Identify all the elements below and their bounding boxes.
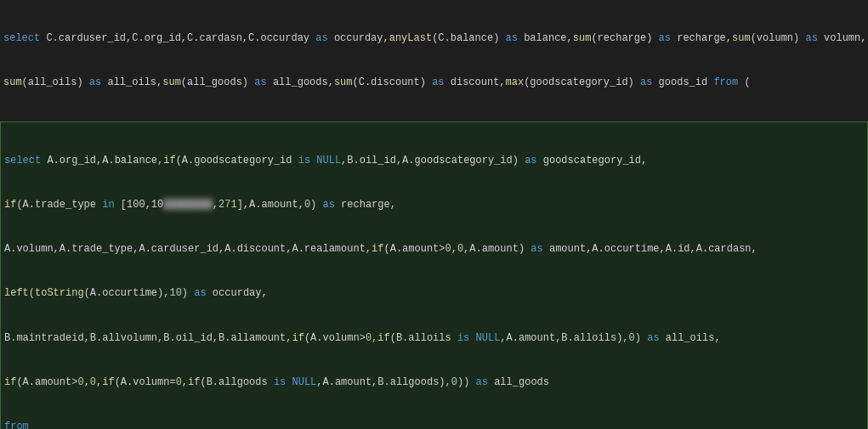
line-g3: A.volumn,A.trade_type,A.carduser_id,A.di… [4,242,864,257]
green-section: select A.org_id,A.balance,if(A.goodscate… [0,121,868,429]
line-1: select C.carduser_id,C.org_id,C.cardasn,… [3,31,865,46]
code-editor: select C.carduser_id,C.org_id,C.cardasn,… [0,0,868,429]
line-g5: B.maintradeid,B.allvolumn,B.oil_id,B.all… [4,331,864,346]
line-g6: if(A.amount>0,0,if(A.volumn=0,if(B.allgo… [4,375,864,390]
line-g1: select A.org_id,A.balance,if(A.goodscate… [4,154,864,168]
line-2: sum(all_oils) as all_oils,sum(all_goods)… [3,76,865,90]
line-g4: left(toString(A.occurtime),10) as occurd… [4,286,864,301]
header-section: select C.carduser_id,C.org_id,C.cardasn,… [0,0,868,121]
line-g2: if(A.trade_type in [100,10████████,271],… [4,198,864,212]
line-g7: from [4,420,864,429]
